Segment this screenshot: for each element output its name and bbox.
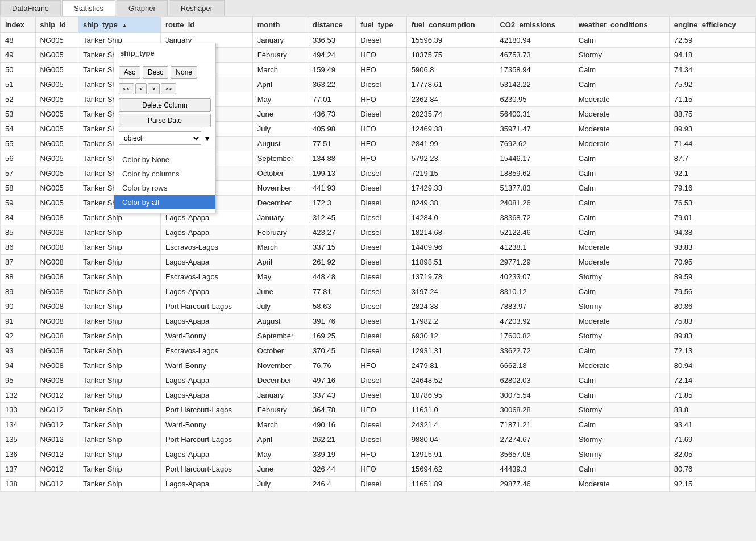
cell-fuel_type: Diesel <box>356 166 406 181</box>
nav-last-button[interactable]: >> <box>161 83 176 94</box>
cell-ship_id: NG008 <box>35 314 78 329</box>
cell-index: 85 <box>1 225 36 240</box>
cell-route_id: Warri-Bonny <box>160 329 252 344</box>
cell-engine_efficiency: 75.92 <box>669 77 755 92</box>
color-option-columns[interactable]: Color by columns <box>114 167 215 181</box>
cell-fuel_type: Diesel <box>356 432 406 447</box>
cell-ship_type: Tanker Ship <box>78 329 161 344</box>
cell-ship_type: Tanker Ship <box>78 240 161 255</box>
cell-fuel_consumption: 24321.4 <box>406 418 495 432</box>
col-header-distance[interactable]: distance <box>308 17 356 33</box>
cell-fuel_type: Diesel <box>356 314 406 329</box>
cell-index: 93 <box>1 344 36 358</box>
tab-reshaper[interactable]: Reshaper <box>169 0 225 16</box>
cell-fuel_consumption: 8249.38 <box>406 196 495 210</box>
cell-route_id: Port Harcourt-Lagos <box>160 403 252 418</box>
column-popup: ship_type Asc Desc None << < > >> Delete… <box>114 43 216 213</box>
cell-distance: 172.3 <box>308 196 356 210</box>
cell-month: September <box>252 329 308 344</box>
cell-fuel_consumption: 14284.0 <box>406 210 495 225</box>
cell-fuel_consumption: 13719.78 <box>406 270 495 284</box>
cell-CO2_emissions: 8310.12 <box>495 284 574 299</box>
cell-route_id: Warri-Bonny <box>160 418 252 432</box>
cell-route_id: Escravos-Lagos <box>160 344 252 358</box>
cell-fuel_consumption: 2479.81 <box>406 358 495 373</box>
col-header-fuel_type[interactable]: fuel_type <box>356 17 406 33</box>
cell-fuel_type: Diesel <box>356 225 406 240</box>
nav-prev-button[interactable]: < <box>135 83 147 94</box>
cell-ship_id: NG008 <box>35 284 78 299</box>
cell-fuel_type: Diesel <box>356 344 406 358</box>
cell-index: 90 <box>1 299 36 314</box>
sort-asc-button[interactable]: Asc <box>119 66 140 79</box>
cell-weather_conditions: Stormy <box>574 48 669 63</box>
cell-engine_efficiency: 70.95 <box>669 255 755 270</box>
cell-CO2_emissions: 56400.31 <box>495 107 574 122</box>
parse-date-button[interactable]: Parse Date <box>119 114 211 127</box>
col-header-ship_type[interactable]: ship_type ▲ <box>78 17 161 33</box>
col-header-weather_conditions[interactable]: weather_conditions <box>574 17 669 33</box>
cell-fuel_type: Diesel <box>356 418 406 432</box>
cell-ship_type: Tanker Ship <box>78 388 161 403</box>
cell-index: 52 <box>1 92 36 107</box>
cell-distance: 336.53 <box>308 33 356 48</box>
color-option-rows[interactable]: Color by rows <box>114 181 215 195</box>
cell-fuel_consumption: 15694.62 <box>406 462 495 477</box>
cell-route_id: Lagos-Apapa <box>160 388 252 403</box>
cell-ship_type: Tanker Ship <box>78 284 161 299</box>
cell-fuel_consumption: 15596.39 <box>406 33 495 48</box>
nav-first-button[interactable]: << <box>119 83 134 94</box>
tab-grapher[interactable]: Grapher <box>117 0 168 16</box>
cell-engine_efficiency: 72.14 <box>669 373 755 388</box>
cell-ship_id: NG008 <box>35 225 78 240</box>
cell-fuel_type: Diesel <box>356 284 406 299</box>
col-header-fuel_consumption[interactable]: fuel_consumption <box>406 17 495 33</box>
cell-index: 56 <box>1 151 36 166</box>
cell-distance: 261.92 <box>308 255 356 270</box>
cell-ship_id: NG012 <box>35 403 78 418</box>
cell-distance: 199.13 <box>308 166 356 181</box>
cell-distance: 441.93 <box>308 181 356 196</box>
cell-distance: 370.45 <box>308 344 356 358</box>
cell-weather_conditions: Calm <box>574 63 669 77</box>
cell-fuel_consumption: 2362.84 <box>406 92 495 107</box>
nav-buttons-row: << < > >> <box>114 81 215 97</box>
delete-column-button[interactable]: Delete Column <box>119 98 211 112</box>
col-header-engine_efficiency[interactable]: engine_efficiency <box>669 17 755 33</box>
cell-index: 51 <box>1 77 36 92</box>
cell-CO2_emissions: 40233.07 <box>495 270 574 284</box>
cell-ship_id: NG008 <box>35 270 78 284</box>
col-header-index[interactable]: index <box>1 17 36 33</box>
cell-weather_conditions: Calm <box>574 418 669 432</box>
col-header-month[interactable]: month <box>252 17 308 33</box>
col-header-co2_emissions[interactable]: CO2_emissions <box>495 17 574 33</box>
col-header-ship_id[interactable]: ship_id <box>35 17 78 33</box>
cell-index: 59 <box>1 196 36 210</box>
cell-ship_type: Tanker Ship <box>78 432 161 447</box>
cell-ship_type: Tanker Ship <box>78 403 161 418</box>
color-option-none[interactable]: Color by None <box>114 152 215 167</box>
cell-distance: 262.21 <box>308 432 356 447</box>
col-header-route_id[interactable]: route_id <box>160 17 252 33</box>
sort-icon: ▲ <box>122 22 127 28</box>
cell-CO2_emissions: 6662.18 <box>495 358 574 373</box>
cell-index: 137 <box>1 462 36 477</box>
sort-none-button[interactable]: None <box>171 66 197 79</box>
tab-dataframe[interactable]: DataFrame <box>0 0 61 16</box>
cell-engine_efficiency: 89.93 <box>669 122 755 137</box>
cell-distance: 246.4 <box>308 477 356 492</box>
cell-engine_efficiency: 80.76 <box>669 462 755 477</box>
color-option-all[interactable]: Color by all <box>114 195 215 209</box>
cell-ship_id: NG012 <box>35 432 78 447</box>
type-select[interactable]: object int64 float64 bool <box>119 131 201 145</box>
cell-weather_conditions: Calm <box>574 344 669 358</box>
table-row: 86NG008Tanker ShipEscravos-LagosMarch337… <box>1 240 756 255</box>
cell-weather_conditions: Moderate <box>574 92 669 107</box>
cell-fuel_type: HFO <box>356 358 406 373</box>
sort-desc-button[interactable]: Desc <box>143 66 168 79</box>
cell-month: March <box>252 240 308 255</box>
nav-next-button[interactable]: > <box>148 83 159 94</box>
tab-statistics[interactable]: Statistics <box>62 0 115 16</box>
cell-index: 54 <box>1 122 36 137</box>
cell-route_id: Lagos-Apapa <box>160 284 252 299</box>
